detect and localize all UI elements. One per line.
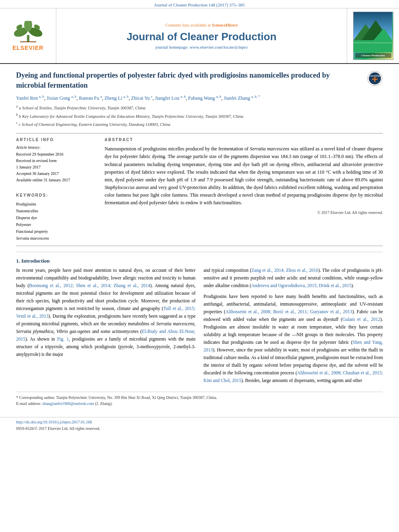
- journal-center: Contents lists available at ScienceDirec…: [56, 8, 347, 63]
- author-yanfei-ren: Yanfei Ren: [16, 95, 38, 101]
- received-date: Received 29 September 2016: [16, 151, 97, 158]
- abstract-label: ABSTRACT: [105, 138, 383, 142]
- journal-cover-box: Cleaner Production: [347, 8, 399, 63]
- ref-gulani: Gulani et al., 2012: [342, 317, 380, 322]
- svg-rect-0: [27, 35, 29, 42]
- ref-alihosseini1: Alihosseini et al., 2008; Borić et al., …: [225, 309, 352, 314]
- section-divider: [16, 252, 383, 252]
- body-col-right: and typical composition (Zang et al., 20…: [204, 267, 383, 388]
- keywords-label: Keywords:: [16, 193, 97, 197]
- svg-rect-6: [20, 41, 36, 42]
- ref-andreeva: Andreeva and Ogorodnikova, 2015; Drink e…: [251, 283, 351, 288]
- footnote-area: * Corresponding author. Tianjin Polytech…: [16, 392, 383, 407]
- revised-date: 1 January 2017: [16, 164, 97, 170]
- author-zheng-li: Zheng Li: [104, 95, 122, 101]
- authors-line: Yanfei Ren a, b, Jixian Gong a, b, Ranra…: [16, 94, 383, 101]
- ref-tull: Tull et al., 2015; Venil et al., 2013: [16, 306, 195, 318]
- following-word: following: [234, 370, 253, 375]
- affiliations: a a School of Textiles, Tianjin Polytech…: [16, 104, 383, 127]
- cover-illustration: [354, 12, 392, 52]
- author-jianfei-zhang: Jianfei Zhang: [224, 95, 250, 101]
- author-fubang-wang: Fubang Wang: [188, 95, 215, 101]
- ref-boonsong: Boonsong et al., 2012; Shen et al., 2014…: [29, 283, 150, 288]
- article-info-column: ARTICLE INFO Article history: Received 2…: [16, 138, 97, 242]
- affiliation-b: b b Key Laboratory for Advanced Textile …: [16, 112, 383, 119]
- article-history-label: Article history:: [16, 145, 97, 150]
- affiliation-c: c c School of Chemical Engineering, East…: [16, 120, 383, 127]
- issn-line: 0959-6526/© 2017 Elsevier Ltd. All right…: [16, 426, 100, 431]
- article-content: Dyeing and functional properties of poly…: [0, 64, 399, 413]
- abstract-text: Nanosuspension of prodigiosins micelles …: [105, 145, 383, 207]
- intro-para-2: and typical composition (Zang et al., 20…: [204, 267, 383, 290]
- available-online-date: Available online 31 January 2017: [16, 177, 97, 183]
- email-note: E-mail address: zhangjianfei1960@outlook…: [16, 401, 383, 407]
- author-zhicai-yu: Zhicai Yu: [131, 95, 150, 101]
- bottom-bar: http://dx.doi.org/10.1016/j.jclepro.2017…: [0, 417, 399, 434]
- ref-fig1: Fig. 1: [57, 337, 69, 341]
- science-direct-link-text[interactable]: ScienceDirect: [212, 23, 238, 27]
- intro-title: Introduction: [21, 258, 50, 264]
- keyword-1: Prodigiosins: [16, 201, 97, 207]
- journal-top-bar: Journal of Cleaner Production 148 (2017)…: [0, 0, 399, 8]
- body-text-section: In recent years, people have paid more a…: [16, 267, 383, 388]
- author-jiangfei-lou: Jiangfei Lou: [155, 95, 179, 101]
- journal-homepage: journal homepage: www.elsevier.com/locat…: [156, 45, 248, 49]
- ref-zang: Zang et al., 2014; Zhou et al., 2016: [251, 268, 318, 273]
- elsevier-label: ELSEVIER: [12, 45, 43, 51]
- keywords-list: Prodigiosins Nanomicelles Disperse dye P…: [16, 201, 97, 242]
- journal-homepage-url[interactable]: www.elsevier.com/locate/jclepro: [189, 45, 247, 49]
- keyword-5: Functional property: [16, 228, 97, 235]
- elsevier-tree-icon: [12, 21, 44, 43]
- elsevier-logo-box: ELSEVIER: [0, 8, 56, 63]
- journal-header: ELSEVIER Contents lists available at Sci…: [0, 8, 399, 64]
- crossmark-badge-icon: CrossMark: [367, 70, 383, 86]
- ref-shen-yang: Shen and Yang, 2013: [204, 340, 383, 352]
- keyword-4: Polyester: [16, 221, 97, 228]
- author-ranran-fu: Ranran Fu: [79, 95, 99, 101]
- affiliation-a: a a School of Textiles, Tianjin Polytech…: [16, 104, 383, 111]
- keyword-6: Serratia marcescens: [16, 235, 97, 242]
- science-direct-line: Contents lists available at ScienceDirec…: [165, 23, 237, 27]
- ref-alihosseini2: Alihosseini et al., 2008; Chauhan et al.…: [204, 370, 383, 383]
- keyword-3: Disperse dye: [16, 214, 97, 221]
- introduction-heading: 1. Introduction: [16, 258, 383, 264]
- journal-citation: Journal of Cleaner Production 148 (2017)…: [154, 2, 245, 7]
- keyword-2: Nanomicelles: [16, 207, 97, 214]
- journal-title: Journal of Cleaner Production: [127, 31, 277, 43]
- copyright-line: © 2017 Elsevier Ltd. All rights reserved…: [105, 210, 383, 215]
- body-col-left: In recent years, people have paid more a…: [16, 267, 195, 388]
- intro-number: 1.: [16, 258, 20, 264]
- svg-rect-11: [354, 40, 392, 52]
- article-info-label: ARTICLE INFO: [16, 138, 97, 142]
- article-info-abstract-section: ARTICLE INFO Article history: Received 2…: [16, 133, 383, 246]
- svg-rect-12: [354, 42, 392, 43]
- article-title: Dyeing and functional properties of poly…: [16, 70, 367, 90]
- journal-cover-image: Cleaner Production: [353, 12, 393, 60]
- intro-para-3: Prodigiosins have been reported to have …: [204, 293, 383, 384]
- author-email[interactable]: zhangjianfei1960@outlook.com: [42, 401, 94, 406]
- author-jixian-gong: Jixian Gong: [47, 95, 70, 101]
- corresponding-author-note: * Corresponding author. Tianjin Polytech…: [16, 394, 383, 401]
- article-title-section: Dyeing and functional properties of poly…: [16, 70, 383, 90]
- abstract-column: ABSTRACT Nanosuspension of prodigiosins …: [105, 138, 383, 242]
- doi-link[interactable]: http://dx.doi.org/10.1016/j.jclepro.2017…: [16, 420, 383, 424]
- accepted-date: Accepted 30 January 2017: [16, 170, 97, 177]
- intro-para-1: In recent years, people have paid more a…: [16, 267, 195, 358]
- cover-label: Cleaner Production: [355, 53, 391, 58]
- received-revised-label: Received in revised form: [16, 158, 97, 164]
